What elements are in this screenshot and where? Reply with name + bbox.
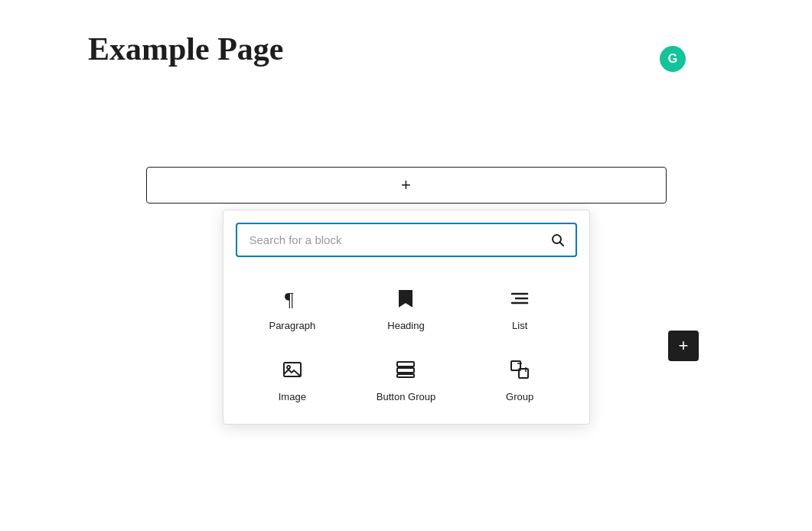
search-input[interactable] — [236, 223, 577, 257]
block-label-paragraph: Paragraph — [269, 320, 315, 331]
page-title: Example Page — [0, 0, 812, 67]
block-label-button-group: Button Group — [377, 391, 435, 402]
fab-add-button[interactable]: + — [668, 331, 699, 361]
paragraph-icon: ¶ — [282, 288, 303, 312]
block-picker-dropdown: ¶ Paragraph Heading — [223, 210, 590, 425]
block-item-image[interactable]: Image — [236, 347, 350, 412]
search-icon — [551, 233, 565, 247]
list-icon — [509, 288, 530, 312]
grammarly-button[interactable]: G — [660, 46, 686, 72]
svg-rect-10 — [397, 374, 414, 377]
group-icon — [509, 359, 530, 383]
svg-text:¶: ¶ — [285, 288, 294, 309]
block-item-group[interactable]: Group — [463, 347, 577, 412]
search-button[interactable] — [548, 230, 568, 250]
svg-point-7 — [287, 366, 290, 369]
button-group-icon — [395, 359, 416, 383]
svg-rect-9 — [397, 368, 414, 373]
block-label-image: Image — [279, 391, 306, 402]
block-label-heading: Heading — [387, 320, 424, 331]
block-item-heading[interactable]: Heading — [349, 275, 463, 340]
block-item-button-group[interactable]: Button Group — [349, 347, 463, 412]
block-label-list: List — [512, 320, 527, 331]
block-label-group: Group — [506, 391, 533, 402]
svg-line-1 — [559, 242, 563, 246]
svg-rect-8 — [397, 362, 414, 366]
block-item-paragraph[interactable]: ¶ Paragraph — [236, 275, 350, 340]
block-item-list[interactable]: List — [463, 275, 577, 340]
search-container — [236, 223, 577, 257]
plus-icon: + — [401, 175, 411, 195]
heading-icon — [395, 288, 416, 312]
image-icon — [282, 359, 303, 383]
add-block-bar[interactable]: + — [146, 167, 667, 204]
block-grid: ¶ Paragraph Heading — [236, 275, 577, 412]
